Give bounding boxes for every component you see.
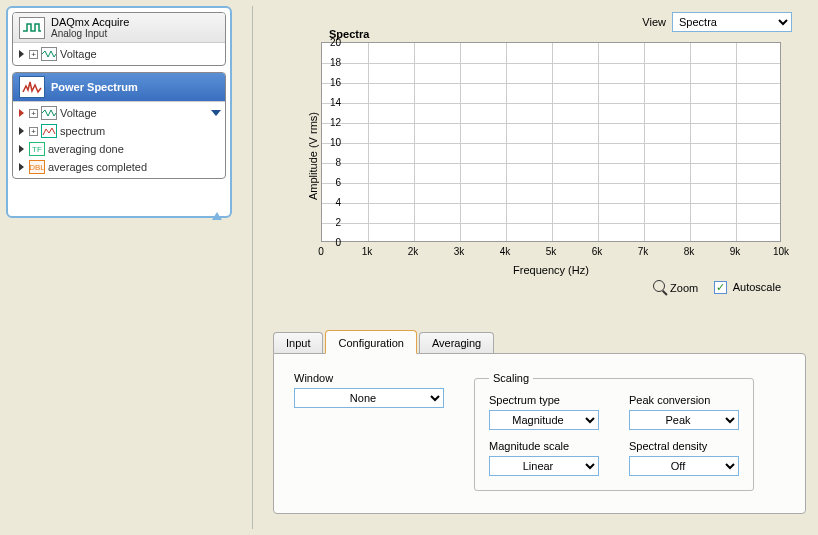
xtick: 0 [318,246,324,257]
field-label: Spectral density [629,440,739,452]
field-label: Magnitude scale [489,440,599,452]
ytick: 12 [330,117,341,128]
xtick: 6k [592,246,603,257]
peak-conversion-select[interactable]: Peak [629,410,739,430]
tab-averaging[interactable]: Averaging [419,332,494,353]
xtick: 9k [730,246,741,257]
tab-label: Averaging [432,337,481,349]
xtick: 2k [408,246,419,257]
window-label: Window [294,372,444,384]
module-header[interactable]: Power Spectrum [13,73,225,102]
window-select[interactable]: None [294,388,444,408]
chart-ylabel: Amplitude (V rms) [307,112,319,200]
module-title: DAQmx Acquire [51,16,129,28]
chevron-down-icon[interactable] [211,110,221,116]
module-power-spectrum[interactable]: Power Spectrum + Voltage + [12,72,226,179]
spectrum-icon [19,76,45,98]
ytick: 10 [330,137,341,148]
spectrum-type-select[interactable]: Magnitude [489,410,599,430]
magnitude-scale-select[interactable]: Linear [489,456,599,476]
tree-row-label: Voltage [60,48,97,60]
signal-icon [41,47,57,61]
xtick: 7k [638,246,649,257]
tree-row-voltage[interactable]: + Voltage [13,45,225,63]
tree-row-label: Voltage [60,107,97,119]
ytick: 4 [335,197,341,208]
xtick: 8k [684,246,695,257]
view-label: View [642,16,666,28]
xtick: 3k [454,246,465,257]
expand-icon[interactable] [19,127,24,135]
xtick: 4k [500,246,511,257]
tree-row-averaging-done[interactable]: TF averaging done [13,140,225,158]
spectral-density-select[interactable]: Off [629,456,739,476]
checkbox-icon: ✓ [714,281,727,294]
ytick: 0 [335,237,341,248]
tab-configuration[interactable]: Configuration [325,330,416,354]
plus-icon[interactable]: + [29,109,38,118]
xtick: 1k [362,246,373,257]
module-daqmx-acquire[interactable]: DAQmx Acquire Analog Input + Voltage [12,12,226,66]
tab-row: Input Configuration Averaging [273,330,806,353]
tab-label: Configuration [338,337,403,349]
module-body: + Voltage [13,43,225,65]
window-field: Window None [294,372,444,491]
tree-row-voltage-in[interactable]: + Voltage [13,104,225,122]
tree-row-averages-completed[interactable]: DBL averages completed [13,158,225,176]
plot-area[interactable] [321,42,781,242]
spectrum-type-field: Spectrum type Magnitude [489,394,599,430]
module-header[interactable]: DAQmx Acquire Analog Input [13,13,225,43]
tab-input[interactable]: Input [273,332,323,353]
expand-icon[interactable] [19,50,24,58]
ytick: 6 [335,177,341,188]
scaling-legend: Scaling [489,372,533,384]
xtick: 5k [546,246,557,257]
autoscale-label: Autoscale [733,281,781,293]
ytick: 2 [335,217,341,228]
module-body: + Voltage + spectrum [13,102,225,178]
ytick: 20 [330,37,341,48]
ytick: 16 [330,77,341,88]
field-label: Spectrum type [489,394,599,406]
plus-icon[interactable]: + [29,127,38,136]
acquire-icon [19,17,45,39]
field-label: Peak conversion [629,394,739,406]
expand-icon[interactable] [19,109,24,117]
zoom-label: Zoom [670,282,698,294]
tree-row-label: averaging done [48,143,124,155]
module-title: Power Spectrum [51,81,138,93]
peak-conversion-field: Peak conversion Peak [629,394,739,430]
scaling-group: Scaling Spectrum type Magnitude Peak con… [474,372,754,491]
config-tabs: Input Configuration Averaging Window Non… [273,330,806,514]
module-title-block: DAQmx Acquire Analog Input [51,16,129,39]
module-subtitle: Analog Input [51,28,129,39]
plus-icon[interactable]: + [29,50,38,59]
expand-icon[interactable] [19,163,24,171]
tree-row-label: averages completed [48,161,147,173]
tab-label: Input [286,337,310,349]
ytick: 18 [330,57,341,68]
chart: Spectra Amplitude (V rms) Frequency (Hz)… [273,28,806,284]
expand-icon[interactable] [19,145,24,153]
tf-icon: TF [29,142,45,156]
zoom-button[interactable]: Zoom [653,280,698,294]
spectral-density-field: Spectral density Off [629,440,739,476]
tree-row-label: spectrum [60,125,105,137]
autoscale-checkbox[interactable]: ✓ Autoscale [714,281,781,294]
zoom-icon [653,280,665,292]
tab-body-configuration: Window None Scaling Spectrum type Magnit… [273,353,806,514]
config-panel: View Spectra Spectra Amplitude (V rms) F… [252,6,812,529]
chart-xlabel: Frequency (Hz) [321,264,781,276]
magnitude-scale-field: Magnitude scale Linear [489,440,599,476]
signal-icon [41,106,57,120]
graph-icon [41,124,57,138]
tree-row-spectrum[interactable]: + spectrum [13,122,225,140]
dbl-icon: DBL [29,160,45,174]
ytick: 8 [335,157,341,168]
module-palette: DAQmx Acquire Analog Input + Voltage [6,6,232,218]
chart-footer: Zoom ✓ Autoscale [321,280,781,294]
xtick: 10k [773,246,789,257]
ytick: 14 [330,97,341,108]
